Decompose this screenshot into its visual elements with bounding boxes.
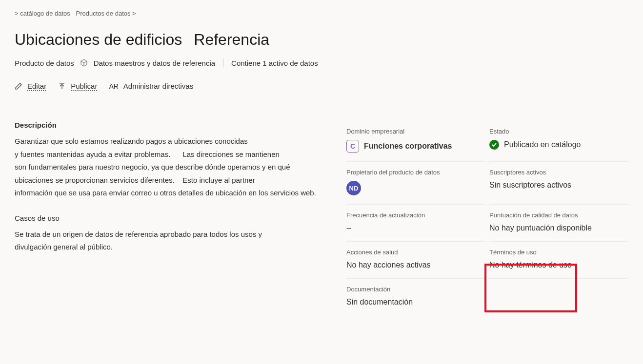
usecases-text: Se trata de un origen de datos de refere… [15, 228, 327, 253]
info-frequency-value: -- [346, 224, 485, 232]
info-terms-value: No hay términos de uso [489, 261, 628, 269]
edit-button[interactable]: Editar [15, 82, 46, 90]
info-frequency-label: Frecuencia de actualización [346, 211, 485, 219]
manage-policies-button[interactable]: AR Administrar directivas [109, 82, 193, 90]
edit-label: Editar [27, 82, 46, 90]
breadcrumb[interactable]: > catálogo de datos Productos de datos > [15, 10, 628, 17]
info-owner: Propietario del producto de datos ND [346, 162, 485, 205]
meta-assets: Contiene 1 activo de datos [231, 59, 318, 67]
pencil-icon [15, 82, 22, 90]
info-health-label: Acciones de salud [346, 249, 485, 256]
info-docs: Documentación Sin documentación [346, 279, 485, 315]
info-status: Estado Publicado en catálogo [489, 121, 628, 162]
check-circle-icon [489, 140, 499, 150]
info-terms: Términos de uso No hay términos de uso [489, 242, 628, 279]
publish-button[interactable]: Publicar [58, 82, 97, 90]
breadcrumb-catalog[interactable]: > catálogo de datos [15, 10, 70, 17]
page-subtitle: Referencia [194, 31, 269, 49]
usecases-heading: Casos de uso [15, 214, 327, 222]
info-subscribers-value: Sin suscriptores activos [489, 181, 628, 190]
description-heading: Descripción [15, 121, 327, 129]
info-domain-value: Funciones corporativas [364, 142, 452, 151]
info-health-value: No hay acciones activas [346, 261, 485, 269]
publish-label: Publicar [71, 82, 97, 90]
meta-category: Datos maestros y datos de referencia [94, 59, 215, 67]
info-domain: Dominio empresarial C Funciones corporat… [346, 121, 485, 162]
meta-type: Producto de datos [15, 59, 74, 67]
info-status-label: Estado [489, 128, 628, 135]
divider-line [15, 109, 628, 109]
description-text: Garantizar que solo estamos realizando p… [15, 135, 327, 199]
domain-badge-icon: C [346, 140, 359, 153]
avatar[interactable]: ND [346, 181, 361, 195]
info-domain-label: Dominio empresarial [346, 128, 485, 135]
info-terms-label: Términos de uso [489, 249, 628, 256]
info-docs-label: Documentación [346, 286, 485, 293]
page-title: Ubicaciones de edificios [15, 31, 182, 49]
info-subscribers: Suscriptores activos Sin suscriptores ac… [489, 162, 628, 205]
info-subscribers-label: Suscriptores activos [489, 169, 628, 176]
breadcrumb-products[interactable]: Productos de datos > [76, 10, 136, 17]
info-docs-value: Sin documentación [346, 298, 485, 307]
meta-row: Producto de datos Datos maestros y datos… [15, 58, 628, 67]
arrow-up-icon [58, 82, 66, 90]
meta-divider [223, 58, 223, 67]
info-health: Acciones de salud No hay acciones activa… [346, 242, 485, 279]
info-quality: Puntuación de calidad de datos No hay pu… [489, 205, 628, 242]
info-quality-value: No hay puntuación disponible [489, 224, 628, 232]
manage-label: Administrar directivas [123, 82, 193, 90]
info-owner-label: Propietario del producto de datos [346, 169, 485, 176]
info-status-value: Publicado en catálogo [504, 140, 581, 149]
info-frequency: Frecuencia de actualización -- [346, 205, 485, 242]
ar-badge: AR [109, 82, 118, 90]
info-quality-label: Puntuación de calidad de datos [489, 211, 628, 219]
cube-icon [80, 59, 88, 67]
